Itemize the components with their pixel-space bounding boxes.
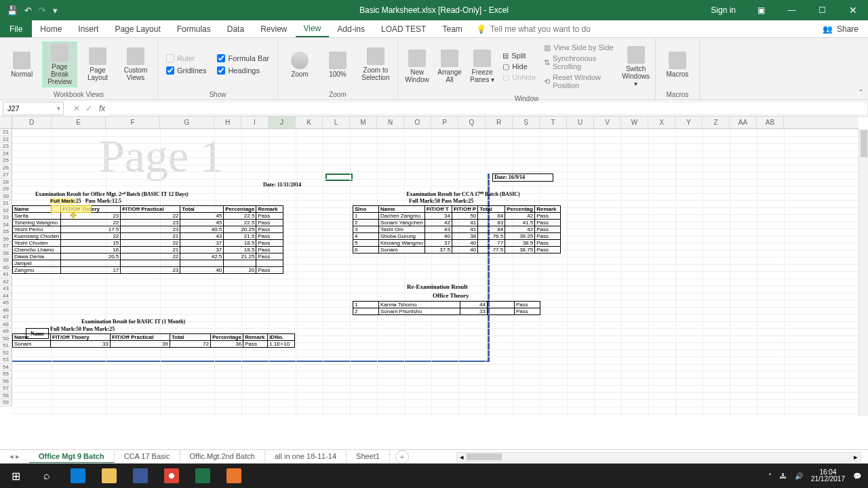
- col-header-F[interactable]: F: [106, 117, 160, 128]
- sheet-nav[interactable]: ◂ ▸: [0, 452, 29, 461]
- name-box[interactable]: J27: [3, 102, 64, 115]
- row-headers[interactable]: 2122232425262728293031323334353637383940…: [0, 129, 12, 407]
- custom-views-button[interactable]: Custom Views: [118, 41, 153, 87]
- page-break-preview-button[interactable]: Page Break Preview: [42, 41, 77, 87]
- close-icon[interactable]: ✕: [837, 0, 868, 20]
- split-button[interactable]: ⊟ Split: [502, 50, 536, 61]
- sheet-canvas[interactable]: Page 1 Date: 16/9/14Date: 11/11/2014Exam…: [12, 129, 859, 416]
- qat-customize-icon[interactable]: ▾: [53, 5, 58, 16]
- col-header-Q[interactable]: Q: [458, 117, 486, 128]
- tab-review[interactable]: Review: [252, 20, 295, 37]
- start-button[interactable]: ⊞: [0, 464, 31, 488]
- col-header-G[interactable]: G: [160, 117, 214, 128]
- sheet-tab[interactable]: Office Mgt 9 Batch: [29, 450, 115, 464]
- row-header-30[interactable]: 30: [0, 193, 12, 201]
- worksheet-grid[interactable]: DEFGHIJKLMNOPQRSTUVWXYZAAAB 212223242526…: [0, 117, 868, 428]
- zoom-100-button[interactable]: 100%: [320, 41, 355, 87]
- ribbon-display-icon[interactable]: ▣: [746, 0, 776, 20]
- tell-me-input[interactable]: 💡 Tell me what you want to do: [476, 24, 591, 34]
- formula-bar-checkbox[interactable]: Formula Bar: [217, 54, 269, 62]
- page-layout-button[interactable]: Page Layout: [80, 41, 115, 87]
- row-header-56[interactable]: 56: [0, 378, 12, 386]
- row-header-43[interactable]: 43: [0, 285, 12, 293]
- col-header-Z[interactable]: Z: [703, 117, 730, 128]
- tab-addins[interactable]: Add-ins: [329, 20, 373, 37]
- col-header-Y[interactable]: Y: [675, 117, 703, 128]
- arrange-all-button[interactable]: Arrange All: [435, 43, 465, 89]
- row-header-25[interactable]: 25: [0, 157, 12, 165]
- row-header-55[interactable]: 55: [0, 371, 12, 378]
- row-header-40[interactable]: 40: [0, 264, 12, 272]
- volume-icon[interactable]: 🔊: [795, 472, 803, 480]
- row-header-37[interactable]: 37: [0, 243, 12, 250]
- sheet-tab[interactable]: all in one 18-11-14: [265, 450, 347, 464]
- row-header-59[interactable]: 59: [0, 399, 12, 407]
- search-icon[interactable]: ⌕: [31, 464, 62, 488]
- sheet-tab[interactable]: Sheet1: [347, 450, 390, 464]
- col-header-D[interactable]: D: [12, 117, 52, 128]
- share-button[interactable]: 👥 Share: [813, 24, 868, 34]
- col-header-P[interactable]: P: [431, 117, 458, 128]
- row-header-28[interactable]: 28: [0, 179, 12, 186]
- column-headers[interactable]: DEFGHIJKLMNOPQRSTUVWXYZAAAB: [0, 117, 859, 129]
- row-header-24[interactable]: 24: [0, 150, 12, 158]
- col-header-W[interactable]: W: [621, 117, 648, 128]
- row-header-23[interactable]: 23: [0, 143, 12, 150]
- row-header-32[interactable]: 32: [0, 207, 12, 215]
- row-header-54[interactable]: 54: [0, 364, 12, 371]
- col-header-N[interactable]: N: [377, 117, 404, 128]
- row-header-44[interactable]: 44: [0, 293, 12, 300]
- macros-button[interactable]: Macros: [660, 41, 695, 87]
- row-header-22[interactable]: 22: [0, 136, 12, 144]
- col-header-X[interactable]: X: [648, 117, 675, 128]
- maximize-icon[interactable]: ☐: [807, 0, 837, 20]
- redo-icon[interactable]: ↷: [39, 5, 46, 16]
- tab-team[interactable]: Team: [434, 20, 470, 37]
- col-header-S[interactable]: S: [513, 117, 540, 128]
- row-header-45[interactable]: 45: [0, 300, 12, 307]
- col-header-R[interactable]: R: [486, 117, 513, 128]
- collapse-ribbon-icon[interactable]: ⌃: [858, 88, 864, 97]
- tab-home[interactable]: Home: [32, 20, 70, 37]
- explorer-icon[interactable]: [94, 464, 125, 488]
- row-header-38[interactable]: 38: [0, 250, 12, 258]
- row-header-52[interactable]: 52: [0, 350, 12, 357]
- row-header-27[interactable]: 27: [0, 171, 12, 179]
- row-header-57[interactable]: 57: [0, 385, 12, 392]
- tab-load-test[interactable]: LOAD TEST: [373, 20, 434, 37]
- col-header-AB[interactable]: AB: [757, 117, 784, 128]
- col-header-E[interactable]: E: [52, 117, 106, 128]
- col-header-O[interactable]: O: [404, 117, 431, 128]
- headings-checkbox[interactable]: Headings: [217, 66, 269, 75]
- row-header-42[interactable]: 42: [0, 279, 12, 286]
- row-header-31[interactable]: 31: [0, 200, 12, 207]
- system-tray[interactable]: ˄ 🖧 🔊 16:0421/12/2017 💬: [762, 469, 868, 483]
- tab-file[interactable]: File: [0, 20, 32, 37]
- row-header-36[interactable]: 36: [0, 236, 12, 243]
- notifications-icon[interactable]: 💬: [853, 472, 861, 480]
- tray-chevron-icon[interactable]: ˄: [768, 472, 772, 480]
- row-header-48[interactable]: 48: [0, 321, 12, 329]
- row-header-51[interactable]: 51: [0, 342, 12, 350]
- col-header-T[interactable]: T: [540, 117, 567, 128]
- data-table[interactable]: NameFIT/Off ThoeryFIT/Off PracticalTotal…: [12, 333, 295, 348]
- row-header-26[interactable]: 26: [0, 165, 12, 172]
- col-header-J[interactable]: J: [269, 117, 296, 128]
- facebook-icon[interactable]: [125, 464, 156, 488]
- row-header-58[interactable]: 58: [0, 392, 12, 400]
- row-header-50[interactable]: 50: [0, 336, 12, 343]
- chrome-icon[interactable]: [156, 464, 187, 488]
- excel-icon[interactable]: [187, 464, 218, 488]
- row-header-46[interactable]: 46: [0, 307, 12, 314]
- row-header-49[interactable]: 49: [0, 328, 12, 336]
- tab-page-layout[interactable]: Page Layout: [106, 20, 168, 37]
- sheet-tab[interactable]: Offic.Mgt.2nd Batch: [180, 450, 265, 464]
- signin-link[interactable]: Sign in: [701, 5, 746, 15]
- row-header-41[interactable]: 41: [0, 271, 12, 279]
- row-header-34[interactable]: 34: [0, 222, 12, 229]
- save-icon[interactable]: 💾: [7, 5, 18, 16]
- col-header-U[interactable]: U: [567, 117, 594, 128]
- data-table[interactable]: 1Karma Tshomo44Pass2Sonam Phuntsho33Pass: [353, 301, 540, 315]
- freeze-panes-button[interactable]: Freeze Panes ▾: [467, 43, 497, 89]
- horizontal-scrollbar[interactable]: ◂▸: [456, 452, 861, 462]
